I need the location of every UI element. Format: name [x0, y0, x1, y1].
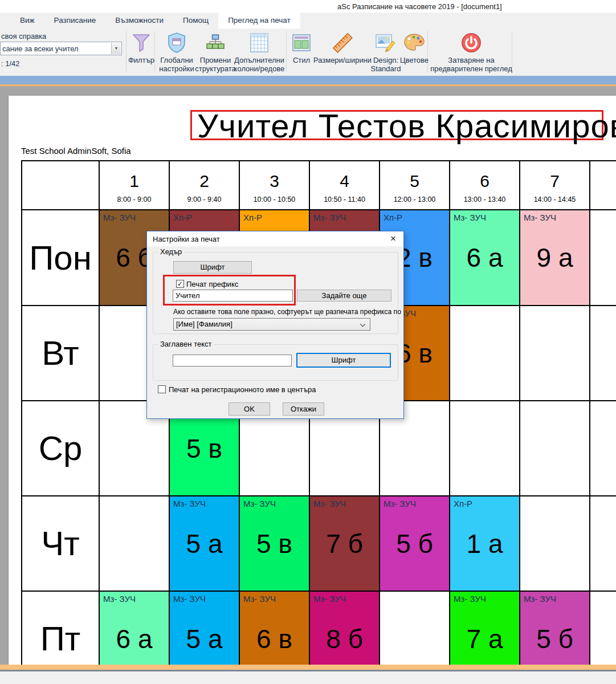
- cancel-button[interactable]: Откажи: [283, 402, 324, 416]
- column-header: 613:00 - 13:40: [450, 161, 520, 210]
- report-label: своя справка: [1, 32, 46, 40]
- ruler-icon: [331, 30, 354, 55]
- lesson-cell: [450, 401, 520, 496]
- colors-label: Цветове: [400, 56, 429, 64]
- app-window: aSc Разписание на часовете 2019 - [docum…: [0, 0, 616, 684]
- grid-columns-icon: [250, 30, 269, 55]
- extra-columns-button[interactable]: Допълнителни колони/редове: [231, 30, 287, 73]
- filter-button[interactable]: Филтър: [128, 30, 155, 64]
- filter-label: Филтър: [128, 56, 154, 64]
- sizes-widths-button[interactable]: Размери/ширини: [313, 30, 372, 64]
- chevron-down-icon: [360, 321, 366, 327]
- power-close-icon: [460, 30, 482, 55]
- lesson-cell: [520, 401, 590, 496]
- dialog-title: Настройки за печат: [153, 235, 220, 243]
- lesson-cell: Мз- ЗУЧ6 а: [450, 210, 520, 306]
- colors-button[interactable]: Цветове: [399, 30, 430, 64]
- extra-columns-label: Допълнителни колони/редове: [231, 56, 287, 73]
- center-name-label: Печат на регистрационното име в центъра: [169, 385, 316, 394]
- print-prefix-label: Печат префикс: [186, 280, 238, 288]
- status-bar: [0, 671, 616, 684]
- lesson-cell: [520, 496, 590, 592]
- center-name-checkbox[interactable]: [158, 385, 166, 393]
- close-preview-label: Затваряне на предварителен преглед: [430, 56, 513, 73]
- report-type-combobox[interactable]: сание за всеки учител ▼: [0, 42, 122, 55]
- ok-button[interactable]: OK: [229, 402, 270, 416]
- set-more-button[interactable]: Задайте още: [297, 290, 391, 302]
- combobox-dropdown-arrow-icon[interactable]: ▼: [111, 43, 121, 54]
- lesson-cell: Мз- ЗУЧ5 а: [170, 592, 240, 665]
- filter-icon: [132, 30, 151, 55]
- lesson-cell: [450, 306, 520, 401]
- design-label: Design: Standard: [370, 56, 401, 73]
- change-structure-label: Промени структурата: [194, 56, 237, 73]
- style-button[interactable]: Стил: [290, 30, 313, 64]
- lesson-cell: [590, 401, 616, 496]
- page-indicator: : 1/42: [1, 59, 20, 68]
- global-settings-button[interactable]: Глобални настройки: [158, 30, 195, 73]
- sizes-widths-label: Размери/ширини: [313, 56, 372, 64]
- prefix-hint-text: Ако оставите това поле празно, софтуерът…: [173, 308, 401, 316]
- report-type-value: сание за всеки учител: [2, 44, 79, 53]
- column-header: 714:00 - 14:45: [520, 161, 590, 210]
- close-icon[interactable]: ×: [383, 231, 403, 246]
- lesson-cell: Мз- ЗУЧ9 а: [520, 210, 590, 306]
- day-label: Пон: [22, 210, 100, 306]
- preview-top-blue-strip: [0, 76, 616, 84]
- tab-view[interactable]: Виж: [10, 13, 44, 28]
- design-picture-icon: [375, 30, 397, 55]
- lesson-cell: Мз- ЗУЧ7 а: [450, 592, 520, 665]
- lesson-cell: Хп-Р1 а: [450, 496, 520, 592]
- lesson-cell: [590, 210, 616, 306]
- lesson-cell: [100, 496, 170, 592]
- column-header: 18:00 - 9:00: [100, 161, 170, 210]
- lesson-cell: Мз- ЗУЧ7 б: [310, 496, 380, 592]
- dialog-titlebar[interactable]: Настройки за печат ×: [147, 231, 403, 246]
- tab-options[interactable]: Възможности: [105, 13, 173, 28]
- preview-top-orange-line: [0, 84, 616, 86]
- title-text-input[interactable]: [173, 355, 292, 367]
- column-header: 310:00 - 10:50: [240, 161, 310, 210]
- lesson-cell: [380, 592, 450, 665]
- change-structure-button[interactable]: Промени структурата: [194, 30, 237, 73]
- lesson-cell: [590, 496, 616, 592]
- lesson-cell: Мз- ЗУЧ5 б: [380, 496, 450, 592]
- close-preview-button[interactable]: Затваряне на предварителен преглед: [430, 30, 513, 73]
- window-title: aSc Разписание на часовете 2019 - [docum…: [337, 2, 502, 11]
- tab-help[interactable]: Помощ: [173, 13, 218, 28]
- design-button[interactable]: Design: Standard: [370, 30, 401, 73]
- lesson-cell: Мз- ЗУЧ5 в: [240, 496, 310, 592]
- lesson-cell: Мз- ЗУЧ5 а: [170, 496, 240, 592]
- title-font-button[interactable]: Шрифт: [296, 353, 391, 368]
- header-font-button[interactable]: Шрифт: [173, 261, 252, 274]
- day-label: Чт: [22, 496, 100, 592]
- school-name: Test School AdminSoft, Sofia: [21, 146, 131, 156]
- column-header: 15:00: [590, 161, 616, 210]
- page-title: Учител Тестов Красимиров: [197, 112, 616, 140]
- column-header: 29:00 - 9:40: [170, 161, 240, 210]
- day-label: Вт: [22, 306, 100, 401]
- tab-print-preview[interactable]: Преглед на печат: [218, 13, 300, 28]
- name-format-value: [Име] [Фамилия]: [176, 320, 232, 328]
- print-settings-dialog: Настройки за печат × Хедър Шрифт ✓ Печат…: [146, 231, 404, 419]
- shield-settings-icon: [166, 30, 187, 55]
- name-format-select[interactable]: [Име] [Фамилия]: [173, 318, 370, 331]
- column-header: 512:00 - 13:00: [380, 161, 450, 210]
- prefix-input[interactable]: [173, 290, 293, 302]
- lesson-cell: Мз- ЗУЧ5 б: [520, 592, 590, 665]
- global-settings-label: Глобални настройки: [158, 56, 195, 73]
- lesson-cell: [520, 306, 590, 401]
- style-window-icon: [292, 30, 311, 55]
- day-label: Ср: [22, 401, 100, 496]
- lesson-cell: Мз- ЗУЧ6 в: [240, 592, 310, 665]
- print-prefix-checkbox[interactable]: ✓: [176, 280, 184, 288]
- window-titlebar: aSc Разписание на часовете 2019 - [docum…: [0, 0, 616, 13]
- lesson-cell: [590, 592, 616, 665]
- palette-icon: [403, 30, 425, 55]
- timetable-corner: [22, 161, 100, 210]
- tab-timetable[interactable]: Разписание: [44, 13, 106, 28]
- org-structure-icon: [205, 30, 226, 55]
- ribbon-toolbar: своя справка сание за всеки учител ▼ : 1…: [0, 28, 616, 76]
- column-header: 410:50 - 11:40: [310, 161, 380, 210]
- style-label: Стил: [293, 56, 310, 64]
